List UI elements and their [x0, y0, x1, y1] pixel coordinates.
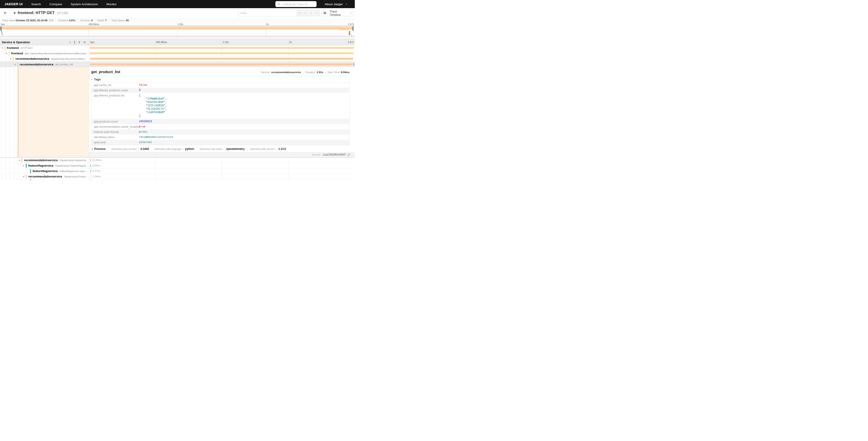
span-bar[interactable]	[90, 63, 352, 65]
tags-section-toggle[interactable]: ∨ Tags	[91, 78, 350, 81]
indent-guide	[4, 179, 9, 180]
tag-row: otel.library.name recommendationservice	[91, 135, 349, 140]
chevron-down-icon[interactable]: ∨	[9, 58, 13, 60]
span-row[interactable]: ∨ frontend HTTP GET	[0, 45, 355, 51]
span-timeline-cell[interactable]: 14.49ms	[89, 157, 355, 163]
indent-guide	[9, 163, 13, 168]
span-tree-cell[interactable]: ∨ recommendationservice get_product_list	[0, 62, 89, 67]
summary-duration: Duration2.67s	[56, 19, 78, 22]
chevron-down-icon: ∨	[344, 3, 348, 5]
expand-all-icon[interactable]: ≫	[83, 41, 86, 44]
span-timeline-cell[interactable]	[89, 51, 355, 56]
locate-icon[interactable]: ◎	[299, 11, 301, 15]
back-button[interactable]	[0, 8, 11, 18]
trace-view-selector[interactable]: Trace Timeline ∨	[330, 10, 353, 16]
span-timeline-cell[interactable]	[89, 45, 355, 51]
clear-find-icon[interactable]: ✕	[315, 11, 318, 15]
span-id-strip: SpanID: 1ca2262df0e18447	[89, 152, 355, 157]
span-timeline-cell[interactable]: 2.62s	[89, 62, 355, 67]
about-jaeger-menu[interactable]: About Jaeger ∨	[325, 2, 348, 6]
span-row-selected[interactable]: ∨ recommendationservice get_product_list…	[0, 62, 355, 67]
prev-result-icon[interactable]: ∧	[305, 11, 307, 15]
chevron-down-icon[interactable]: ∨	[0, 47, 4, 49]
span-timeline-cell[interactable]: 1.04ms	[89, 174, 355, 179]
expand-one-icon[interactable]: ❯	[73, 41, 75, 44]
top-nav: JAEGER UI Search Compare System Architec…	[0, 0, 355, 8]
indent-guide	[0, 157, 4, 163]
tag-row: span.kind internal	[91, 140, 349, 145]
indent-guide	[9, 179, 13, 180]
brand-logo[interactable]: JAEGER UI	[4, 2, 23, 6]
find-controls: ◎ ∧ ∨ ✕	[297, 10, 319, 16]
minimap-left-drag-handle[interactable]	[0, 27, 1, 31]
span-timeline-cell[interactable]: 3.47ms	[89, 169, 355, 174]
find-placeholder: Find...	[241, 11, 249, 15]
tree-timeline-divider[interactable]	[89, 45, 89, 180]
tag-row: app.cache_hit false	[91, 82, 349, 88]
span-tree-cell[interactable]: ∨ recommendationservice /hipstershop.Fea…	[0, 157, 89, 163]
trace-id-lookup-input[interactable]: Lookup by Trace ID...	[275, 1, 316, 7]
collapse-trace-chevron-icon[interactable]: ∨	[13, 11, 16, 15]
span-row[interactable]: ∨ recommendationservice /hipstershop.Rec…	[0, 56, 355, 62]
span-bar[interactable]	[90, 47, 354, 49]
next-result-icon[interactable]: ∨	[310, 11, 312, 15]
span-detail-indent	[0, 67, 89, 157]
span-tree-cell[interactable]: featureflagservice featureflagservice.re…	[0, 169, 89, 174]
keyboard-shortcuts-button[interactable]: ⌘	[321, 10, 328, 16]
span-tree-cell[interactable]: ∨ featureflagservice /hipstershop.Featur…	[0, 163, 89, 168]
span-tree-cell[interactable]: ∨ frontend grpc.hipstershop.Recommendati…	[0, 51, 89, 56]
indent-guide	[0, 56, 4, 61]
process-section-toggle[interactable]: ❯ Process: telemetry.auto.version=0.34b0…	[91, 147, 350, 151]
service-operation-heading: Service & Operation	[2, 40, 30, 44]
trace-id-short: 2f715fb	[57, 11, 68, 15]
minimap-right-drag-handle[interactable]	[352, 27, 353, 31]
chevron-down-icon[interactable]: ∨	[4, 52, 9, 55]
span-row[interactable]: featureflagservice featureflagservice.re…	[0, 169, 355, 174]
find-input[interactable]: Find...	[238, 10, 297, 16]
minimap-tick-labels: 0μs 666.89ms 1.33s 2s 2.67s	[0, 23, 355, 26]
span-row[interactable]: ∨ featureflagservice /hipstershop.Featur…	[0, 163, 355, 169]
nav-item-monitor[interactable]: Monitor	[106, 2, 117, 6]
span-row[interactable]: ∨ recommendationservice /hipstershop.Fea…	[0, 157, 355, 163]
link-icon[interactable]	[347, 153, 350, 156]
span-bar[interactable]	[90, 164, 91, 167]
span-bar[interactable]	[90, 159, 91, 161]
span-bar[interactable]	[91, 170, 91, 173]
column-resize-handle[interactable]: ||	[88, 43, 89, 45]
trace-minimap[interactable]	[0, 26, 355, 36]
collapse-one-icon[interactable]: ∨	[69, 41, 71, 44]
nav-item-search[interactable]: Search	[31, 2, 41, 6]
chevron-down-icon[interactable]: ∨	[17, 159, 22, 161]
chevron-right-icon: ❯	[91, 148, 93, 150]
span-bar[interactable]	[91, 175, 91, 178]
span-color-bar	[30, 179, 31, 180]
collapse-all-icon[interactable]: ≫	[78, 41, 81, 44]
nav-item-system-architecture[interactable]: System Architecture	[71, 2, 98, 6]
header-gridline	[155, 39, 156, 45]
span-color-bar	[9, 51, 9, 56]
chevron-down-icon[interactable]: ∨	[13, 63, 17, 66]
indent-guide	[4, 174, 9, 179]
span-row[interactable]: ∨ recommendationservice /hipstershop.Pro…	[0, 174, 355, 179]
minimap-span-featureflag	[351, 35, 352, 36]
span-timeline-cell[interactable]	[89, 56, 355, 61]
indent-guide	[17, 163, 22, 168]
span-tree-cell[interactable]: ∨ frontend HTTP GET	[0, 45, 89, 51]
span-tree-cell[interactable]: ∨ recommendationservice /hipstershop.Rec…	[0, 56, 89, 61]
span-row[interactable]: ∨ frontend grpc.hipstershop.Recommendati…	[0, 51, 355, 56]
nav-item-compare[interactable]: Compare	[50, 2, 62, 6]
span-tree-cell[interactable]: ∨ recommendationservice /hipstershop.Pro…	[0, 174, 89, 179]
indent-guide	[9, 157, 13, 163]
indent-guide	[9, 67, 13, 157]
chevron-down-icon[interactable]: ∨	[22, 164, 26, 167]
span-color-bar	[30, 169, 31, 173]
find-group: Find... ◎ ∧ ∨ ✕	[238, 10, 320, 16]
indent-guide	[0, 51, 4, 56]
divider	[91, 76, 350, 76]
span-bar[interactable]	[90, 52, 354, 54]
span-timeline-cell[interactable]: 3.68ms	[89, 163, 355, 168]
span-bar	[91, 179, 91, 180]
band-divider	[0, 36, 355, 39]
chevron-down-icon[interactable]: ∨	[22, 175, 26, 178]
span-bar[interactable]	[90, 58, 353, 60]
